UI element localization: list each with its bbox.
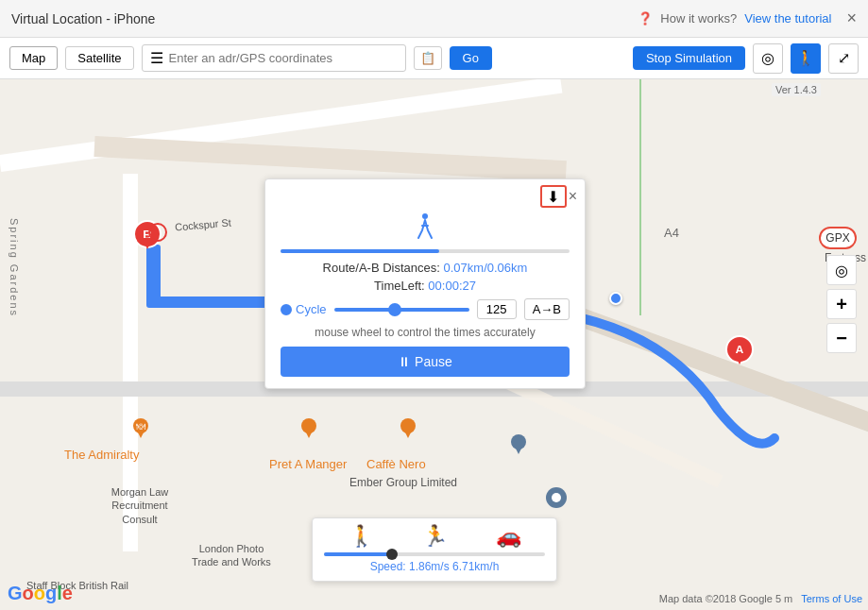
attribution-text: Map data ©2018 Google 5 m [659,593,792,604]
walk-speed-icon: 🚶 [349,524,374,549]
progress-bar-fill [281,249,439,253]
tutorial-link[interactable]: View the tutorial [744,11,831,25]
version-label: Ver 1.4.3 [772,83,821,96]
walk-icon-button[interactable]: 🚶 [791,43,821,74]
popup-close-button[interactable]: × [569,189,577,204]
speed-slider[interactable] [324,552,545,556]
morgan-law-label: Morgan Law Recruitment Consult [102,485,178,526]
zoom-in-button[interactable]: + [826,289,857,319]
share-icon-button[interactable]: ⤢ [828,43,859,74]
address-input[interactable] [169,51,398,65]
ember-pin [510,433,527,460]
svg-text:🍽: 🍽 [136,421,145,432]
run-speed-icon: 🏃 [422,524,448,549]
svg-marker-14 [514,445,523,454]
marker-b-ring [148,223,167,242]
route-popup: ⬇ × Route/A-B Distances: 0.07km/0.06km T… [264,178,586,389]
time-left-value: 00:00:27 [428,279,476,293]
admiralty-pin: 🍽 [132,417,149,444]
distances-value: 0.07km/0.06km [444,261,528,275]
target-tool-button[interactable]: ◎ [826,255,857,285]
caffe-nero-label: Caffè Nero [366,457,426,471]
address-bar: ☰ [142,44,406,72]
speed-input[interactable]: 125 [477,299,517,319]
map-attribution: Map data ©2018 Google 5 m Terms of Use [659,593,862,604]
car-speed-icon: 🚗 [496,524,521,549]
cycle-slider[interactable] [334,308,469,312]
admiralty-label: The Admiralty [64,448,139,462]
lower-marker [544,485,569,514]
road-secondary [94,136,566,181]
download-button[interactable]: ⬇ [540,185,567,208]
target-icon-button[interactable]: ◎ [753,43,783,74]
speed-text: Speed: 1.86m/s 6.71km/h [324,560,545,573]
cycle-label: Cycle [296,302,327,316]
svg-point-16 [552,493,561,502]
satellite-tab[interactable]: Satellite [65,46,133,70]
titlebar-right: ❓ How it works? View the tutorial × [638,8,857,28]
cycle-slider-thumb [388,303,401,316]
cycle-row: Cycle 125 A→B [281,298,570,320]
map-area[interactable]: Cockspur St A4 A4 Spring Gardens Fortres… [0,79,868,610]
speed-slider-thumb [386,549,398,560]
route-stats: Route/A-B Distances: 0.07km/0.06km [281,261,570,275]
save-button[interactable]: 📋 [414,46,442,70]
a4-label-top: A4 [664,226,679,240]
titlebar: Virtual Location - iPhone ❓ How it works… [0,0,868,38]
current-position-dot [609,292,622,305]
distances-label: Route/A-B Distances: [323,261,440,275]
popup-body: Route/A-B Distances: 0.07km/0.06km TimeL… [265,208,585,388]
gpx-button[interactable]: GPX [819,227,857,249]
svg-point-17 [422,213,428,219]
app-title: Virtual Location - iPhone [11,11,155,26]
caffe-nero-pin [400,417,417,444]
pret-pin [300,417,317,444]
google-logo: Google [8,583,73,604]
go-button[interactable]: Go [450,46,492,70]
toolbar: Map Satellite ☰ 📋 Go Stop Simulation ◎ 🚶… [0,38,868,79]
speed-bar: 🚶 🏃 🚗 Speed: 1.86m/s 6.71km/h [312,517,557,582]
cockspur-label: Cockspur St [175,216,232,232]
how-it-works: How it works? [660,11,737,25]
speed-slider-fill [324,552,390,556]
zoom-out-button[interactable]: − [826,323,857,353]
download-icon: ⬇ [547,188,559,206]
pause-button[interactable]: ⏸ Pause [281,347,570,377]
map-tab[interactable]: Map [9,46,58,70]
pret-label: Pret A Manger [269,457,347,471]
radio-dot [281,304,292,315]
speed-icons-row: 🚶 🏃 🚗 [324,524,545,549]
popup-header: ⬇ × [265,179,585,208]
spring-gardens-label: Spring Gardens [0,174,28,363]
close-button[interactable]: × [846,8,857,28]
svg-marker-12 [403,429,413,438]
time-left-label: TimeLeft: [374,279,425,293]
svg-marker-10 [304,429,314,438]
terms-link[interactable]: Terms of Use [801,593,862,604]
walk-icon [281,212,570,246]
hint-text: mouse wheel to control the times accurat… [281,326,570,339]
list-icon: ☰ [150,49,163,67]
stop-simulation-button[interactable]: Stop Simulation [633,46,745,70]
ember-label: Ember Group Limited [349,476,457,489]
ab-button[interactable]: A→B [524,298,570,320]
progress-bar [281,249,570,253]
right-tools: ◎ + − [826,255,857,353]
question-icon: ❓ [638,11,653,25]
cycle-radio[interactable]: Cycle [281,302,327,316]
time-left: TimeLeft: 00:00:27 [281,279,570,293]
marker-a: A [724,334,755,376]
london-photo-label: London Photo Trade and Works [189,542,274,569]
